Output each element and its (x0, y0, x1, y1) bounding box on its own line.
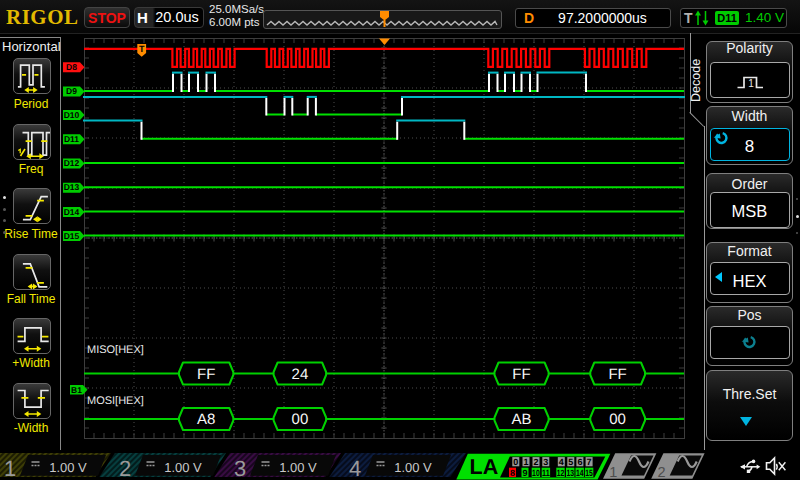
svg-text:B1: B1 (71, 385, 82, 395)
svg-text:4: 4 (559, 457, 564, 467)
svg-text:FF: FF (512, 366, 530, 383)
svg-text:3: 3 (543, 457, 548, 467)
svg-text:1.00 V: 1.00 V (49, 460, 87, 475)
svg-text:D14: D14 (64, 207, 80, 217)
svg-text:7: 7 (587, 457, 592, 467)
svg-text:2: 2 (119, 456, 131, 480)
svg-text:1: 1 (609, 465, 617, 480)
svg-text:FF: FF (608, 366, 626, 383)
svg-text:8: 8 (510, 468, 515, 478)
svg-text:D13: D13 (64, 182, 80, 192)
svg-text:10: 10 (532, 468, 540, 478)
svg-text:D12: D12 (64, 158, 80, 168)
svg-text:1: 1 (4, 456, 16, 480)
svg-text:12: 12 (557, 468, 565, 478)
svg-text:FF: FF (197, 366, 215, 383)
svg-text:00: 00 (292, 411, 309, 428)
svg-text:3: 3 (234, 456, 246, 480)
svg-text:MOSI[HEX]: MOSI[HEX] (87, 395, 144, 407)
svg-text:00: 00 (609, 411, 626, 428)
svg-text:LA: LA (470, 455, 499, 479)
svg-text:D15: D15 (64, 231, 80, 241)
svg-text:1.00 V: 1.00 V (279, 460, 317, 475)
svg-text:11: 11 (542, 468, 550, 478)
svg-text:14: 14 (576, 468, 584, 478)
svg-text:6: 6 (577, 457, 582, 467)
svg-text:1.00 V: 1.00 V (164, 460, 202, 475)
svg-text:4: 4 (349, 456, 361, 480)
svg-text:D9: D9 (66, 86, 77, 96)
svg-text:24: 24 (292, 366, 309, 383)
svg-text:1: 1 (523, 457, 528, 467)
svg-text:A8: A8 (197, 411, 215, 428)
svg-text:13: 13 (566, 468, 574, 478)
svg-text:2: 2 (533, 457, 538, 467)
svg-text:AB: AB (511, 411, 531, 428)
svg-text:T: T (139, 44, 145, 54)
svg-text:15: 15 (585, 468, 593, 478)
svg-text:MISO[HEX]: MISO[HEX] (87, 344, 144, 356)
svg-text:9: 9 (522, 468, 527, 478)
svg-text:D11: D11 (64, 134, 79, 144)
svg-text:1: 1 (748, 78, 754, 89)
svg-text:1.00 V: 1.00 V (394, 460, 432, 475)
svg-text:D10: D10 (64, 110, 80, 120)
svg-text:2: 2 (658, 465, 666, 480)
svg-text:5: 5 (568, 457, 573, 467)
svg-text:D8: D8 (66, 62, 77, 72)
svg-text:0: 0 (513, 457, 518, 467)
